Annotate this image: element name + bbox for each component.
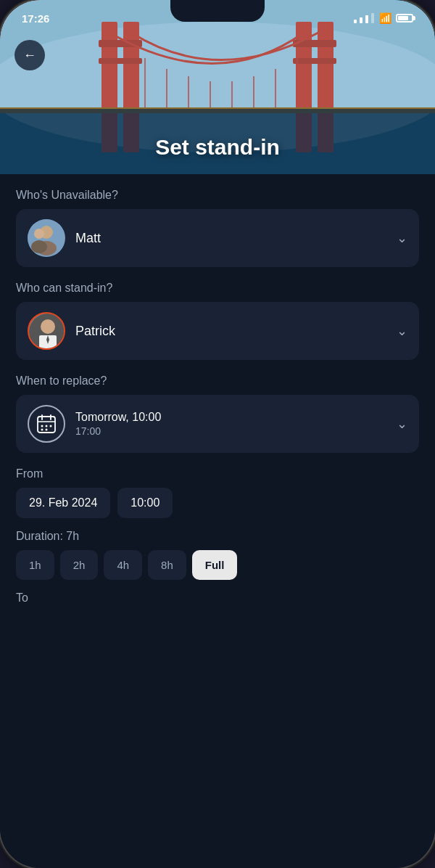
duration-label: Duration: 7h xyxy=(16,530,419,543)
when-replace-chevron: ⌄ xyxy=(397,416,407,432)
svg-point-37 xyxy=(50,425,52,427)
when-replace-date-main: Tomorrow, 10:00 xyxy=(75,411,161,424)
duration-8h[interactable]: 8h xyxy=(148,550,186,580)
duration-row: 1h 2h 4h 8h Full xyxy=(16,550,419,580)
from-time-value: 10:00 xyxy=(130,496,160,509)
signal-icon xyxy=(353,13,375,23)
standin-label: Who can stand-in? xyxy=(16,282,419,295)
duration-section: Duration: 7h 1h 2h 4h 8h Full xyxy=(16,530,419,580)
back-icon: ← xyxy=(23,48,36,63)
hero-title: Set stand-in xyxy=(0,135,435,160)
unavailable-dropdown[interactable]: Matt ⌄ xyxy=(16,209,419,267)
unavailable-label: Who's Unavailable? xyxy=(16,189,419,202)
svg-point-35 xyxy=(41,425,44,427)
duration-4h[interactable]: 4h xyxy=(104,550,142,580)
standin-left: Patrick xyxy=(28,312,115,350)
wifi-icon: 📶 xyxy=(379,12,392,24)
duration-1h[interactable]: 1h xyxy=(16,550,54,580)
svg-point-26 xyxy=(31,240,47,253)
from-time-pill[interactable]: 10:00 xyxy=(117,488,173,518)
svg-point-38 xyxy=(41,429,44,431)
duration-2h[interactable]: 2h xyxy=(60,550,99,580)
svg-point-28 xyxy=(41,319,55,334)
avatar-patrick xyxy=(28,312,65,350)
svg-point-25 xyxy=(34,229,44,239)
from-row: 29. Feb 2024 10:00 xyxy=(16,488,419,518)
battery-icon xyxy=(396,14,413,22)
svg-point-39 xyxy=(46,429,48,431)
standin-dropdown[interactable]: Patrick ⌄ xyxy=(16,302,419,360)
back-button[interactable]: ← xyxy=(14,40,45,70)
when-replace-left: Tomorrow, 10:00 17:00 xyxy=(28,405,161,443)
unavailable-left: Matt xyxy=(28,219,101,257)
duration-full[interactable]: Full xyxy=(192,550,238,580)
from-section: From 29. Feb 2024 10:00 xyxy=(16,467,419,518)
svg-point-36 xyxy=(46,425,48,427)
standin-chevron: ⌄ xyxy=(397,323,407,339)
from-date-pill[interactable]: 29. Feb 2024 xyxy=(16,488,110,518)
calendar-icon xyxy=(28,405,65,443)
when-replace-date: Tomorrow, 10:00 17:00 xyxy=(75,411,161,437)
unavailable-chevron: ⌄ xyxy=(397,230,407,246)
when-replace-dropdown[interactable]: Tomorrow, 10:00 17:00 ⌄ xyxy=(16,395,419,453)
phone-frame: 17:26 📶 xyxy=(0,0,435,868)
standin-name: Patrick xyxy=(75,324,115,339)
unavailable-name: Matt xyxy=(75,231,101,246)
main-content: Who's Unavailable? Matt xyxy=(0,174,435,619)
when-replace-time: 17:00 xyxy=(75,425,161,437)
from-date-value: 29. Feb 2024 xyxy=(29,496,97,509)
time-display: 17:26 xyxy=(22,12,49,25)
phone-screen: 17:26 📶 xyxy=(0,0,435,868)
when-replace-label: When to replace? xyxy=(16,374,419,388)
status-icons: 📶 xyxy=(353,12,413,24)
from-label: From xyxy=(16,467,419,480)
avatar-matt xyxy=(28,219,65,257)
to-label: To xyxy=(16,591,419,605)
